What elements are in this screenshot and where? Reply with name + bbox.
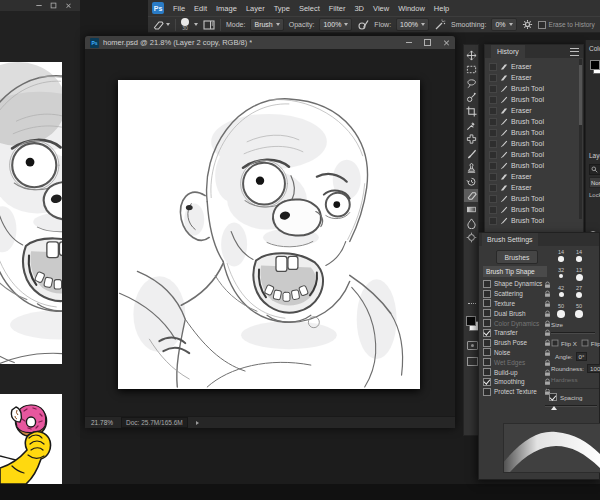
tool-crop[interactable] [464,105,478,118]
lock-icon[interactable] [544,339,551,347]
history-entry[interactable]: Eraser [485,105,583,116]
chevron-down-icon[interactable] [194,23,198,26]
layers-filter-field[interactable] [589,164,600,175]
brush-option[interactable]: Build-up [483,367,549,377]
brush-preset[interactable]: 42 [553,285,569,297]
history-entry[interactable]: Brush Tool [485,215,583,226]
checkbox[interactable] [483,280,491,288]
history-entry[interactable]: Brush Tool [485,127,583,138]
brush-option[interactable]: Shape Dynamics [483,279,549,289]
tool-history-brush[interactable] [464,175,478,188]
roundness-value[interactable]: 100% [587,364,600,373]
brush-settings-tab[interactable]: Brush Settings [482,233,538,246]
brush-option[interactable]: Texture [483,299,549,309]
tool-brush[interactable] [464,147,478,160]
menu-layer[interactable]: Layer [246,4,265,13]
brush-preset[interactable]: 27 [571,285,587,298]
history-entry[interactable]: Brush Tool [485,138,583,149]
checkbox[interactable] [483,329,491,337]
lock-icon[interactable] [544,369,551,377]
spacing-option[interactable]: Spacing [549,393,582,401]
zoom-level[interactable]: 21.78% [91,419,113,426]
panel-menu-icon[interactable] [570,48,579,56]
brush-option[interactable]: Transfer [483,328,549,338]
brush-preset[interactable]: 14 [571,249,587,262]
history-entry[interactable]: Eraser [485,171,583,182]
history-source-well[interactable] [489,63,497,71]
pressure-opacity-icon[interactable] [357,19,369,31]
checkbox[interactable] [483,358,491,366]
history-entry[interactable]: Brush Tool [485,83,583,94]
checkbox[interactable] [483,378,491,386]
brush-tip-shape-row[interactable]: Brush Tip Shape [483,266,547,277]
color-panel-tab[interactable]: Colo [586,40,600,52]
foreground-color-swatch[interactable] [466,316,476,326]
history-entry[interactable]: Brush Tool [485,94,583,105]
history-source-well[interactable] [489,162,497,170]
menu-help[interactable]: Help [434,4,449,13]
tool-rectangular-marquee[interactable] [464,63,478,76]
flip-x-checkbox[interactable] [552,340,559,347]
spacing-checkbox[interactable] [549,393,557,401]
brush-option[interactable]: Scattering [483,289,549,299]
maximize-icon[interactable] [51,3,57,9]
brush-option[interactable]: Brush Pose [483,338,549,348]
gear-icon[interactable] [522,19,533,30]
lock-icon[interactable] [544,378,551,386]
brush-option[interactable]: Protect Texture [483,387,549,397]
history-source-well[interactable] [489,129,497,137]
maximize-icon[interactable] [424,39,431,46]
lock-icon[interactable] [544,300,551,308]
menu-window[interactable]: Window [398,4,425,13]
lock-icon[interactable] [544,359,551,367]
history-source-well[interactable] [489,184,497,192]
toggle-brush-panel-icon[interactable] [203,19,215,31]
close-icon[interactable] [444,40,450,46]
close-icon[interactable] [66,3,71,8]
menu-3d[interactable]: 3D [354,4,364,13]
brushes-button[interactable]: Brushes [496,250,538,264]
history-source-well[interactable] [489,217,497,225]
photoshop-logo-icon[interactable]: Ps [152,2,164,14]
brush-preset-picker[interactable]: 30 [181,18,189,31]
menu-edit[interactable]: Edit [194,4,207,13]
checkbox[interactable] [483,339,491,347]
menu-filter[interactable]: Filter [329,4,346,13]
flip-y-checkbox[interactable] [581,340,588,347]
history-source-well[interactable] [489,206,497,214]
menu-file[interactable]: File [173,4,185,13]
status-options-chevron-icon[interactable] [196,421,199,425]
brush-preset[interactable]: 13 [571,267,587,281]
brush-preset[interactable]: 50 [553,303,569,318]
checkbox[interactable] [483,319,491,327]
history-source-well[interactable] [489,74,497,82]
brush-preset[interactable]: 32 [553,267,569,278]
brush-preset[interactable]: 50 [571,303,587,318]
checkbox[interactable] [483,368,491,376]
lock-icon[interactable] [544,310,551,318]
history-entry[interactable]: Brush Tool [485,193,583,204]
foreground-color-swatch[interactable] [590,60,600,70]
minimize-icon[interactable] [406,42,412,43]
blend-mode-dropdown[interactable]: Nor [589,177,600,188]
opacity-dropdown[interactable]: 100% [319,18,352,31]
history-tab[interactable]: History [491,45,525,58]
history-entry[interactable]: Eraser [485,182,583,193]
checkbox[interactable] [483,290,491,298]
menu-view[interactable]: View [373,4,389,13]
tool-eyedropper[interactable] [464,119,478,132]
history-entry[interactable]: Brush Tool [485,149,583,160]
history-source-well[interactable] [489,195,497,203]
history-source-well[interactable] [489,118,497,126]
tool-lasso[interactable] [464,77,478,90]
lock-icon[interactable] [544,281,551,289]
lock-icon[interactable] [544,320,551,328]
flip-x-option[interactable]: Flip X Flip Y [551,339,600,347]
lock-icon[interactable] [544,290,551,298]
screen-mode-icon[interactable] [467,357,478,366]
minimize-icon[interactable] [36,5,41,6]
history-entry[interactable]: Eraser [485,61,583,72]
brush-preset[interactable]: 14 [553,249,569,262]
history-entry[interactable]: Eraser [485,72,583,83]
document-titlebar[interactable]: Ps homer.psd @ 21.8% (Layer 2 copy, RGB/… [85,36,455,49]
